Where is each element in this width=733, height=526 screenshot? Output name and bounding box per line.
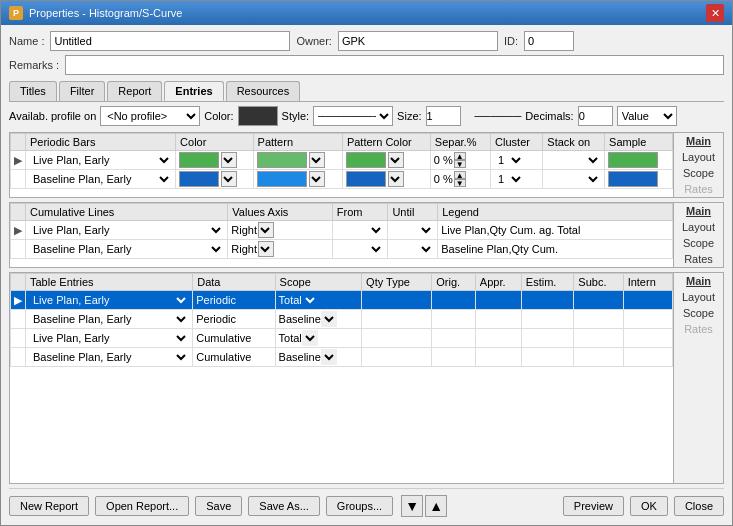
cluster-select-pb1[interactable]: 1 — [494, 153, 524, 167]
pb-row2-pattern-color[interactable]: ▼ — [342, 170, 430, 189]
pb-rates-btn[interactable]: Rates — [674, 181, 723, 197]
stack-select-pb2[interactable] — [546, 172, 601, 186]
id-input[interactable] — [524, 31, 574, 51]
pattern-color-swatch-pb1[interactable] — [346, 152, 386, 168]
pattern-swatch-pb2[interactable] — [257, 171, 307, 187]
te-row3-qty — [362, 329, 432, 348]
separ-down-pb1[interactable]: ▼ — [454, 160, 466, 168]
color-swatch-pb1[interactable] — [179, 152, 219, 168]
tab-resources[interactable]: Resources — [226, 81, 301, 101]
tab-filter[interactable]: Filter — [59, 81, 105, 101]
te-row2-qty — [362, 310, 432, 329]
color-picker[interactable] — [238, 106, 278, 126]
size-input[interactable] — [426, 106, 461, 126]
pb-row2-pattern[interactable]: ▼ — [253, 170, 342, 189]
pattern-color-dd-pb2[interactable]: ▼ — [388, 171, 404, 187]
tab-entries[interactable]: Entries — [164, 81, 223, 101]
name-input[interactable] — [50, 31, 290, 51]
pattern-color-dd-pb1[interactable]: ▼ — [388, 152, 404, 168]
cl-rates-btn[interactable]: Rates — [674, 251, 723, 267]
cl-from-select1[interactable] — [336, 223, 385, 237]
ok-button[interactable]: OK — [630, 496, 668, 516]
close-button[interactable]: Close — [674, 496, 724, 516]
cl-row1-select[interactable]: Live Plan, Early — [29, 223, 224, 237]
te-row1-subc — [574, 291, 623, 310]
te-scope-btn[interactable]: Scope — [674, 305, 723, 321]
cl-row1-until — [388, 221, 438, 240]
groups-button[interactable]: Groups... — [326, 496, 393, 516]
te-row3-select[interactable]: Live Plan, Early — [29, 331, 189, 345]
color-dd-pb2[interactable]: ▼ — [221, 171, 237, 187]
pattern-swatch-pb1[interactable] — [257, 152, 307, 168]
tab-report[interactable]: Report — [107, 81, 162, 101]
table-row: ▶ Live Plan, Early Periodic Total ▼ — [11, 291, 673, 310]
pb-row1-pattern-color[interactable]: ▼ — [342, 151, 430, 170]
new-report-button[interactable]: New Report — [9, 496, 89, 516]
te-row1-qty — [362, 291, 432, 310]
te-row2-select[interactable]: Baseline Plan, Early — [29, 312, 189, 326]
pattern-dd-pb1[interactable]: ▼ — [309, 152, 325, 168]
stack-select-pb1[interactable] — [546, 153, 601, 167]
pattern-color-swatch-pb2[interactable] — [346, 171, 386, 187]
te-scope-dd4[interactable]: ▼ — [321, 349, 337, 365]
move-down-button[interactable]: ▼ — [401, 495, 423, 517]
te-row3-subc — [574, 329, 623, 348]
te-row1-select[interactable]: Live Plan, Early — [29, 293, 189, 307]
te-row1-estim — [521, 291, 574, 310]
pb-row1-pattern[interactable]: ▼ — [253, 151, 342, 170]
value-select[interactable]: Value — [617, 106, 677, 126]
table-row: Baseline Plan, Early Periodic Baseline ▼ — [11, 310, 673, 329]
pb-scope-btn[interactable]: Scope — [674, 165, 723, 181]
pb-main-btn[interactable]: Main — [674, 133, 723, 149]
pb-row1-select[interactable]: Live Plan, Early — [29, 153, 172, 167]
cl-axis-dd1[interactable]: ▼ — [258, 222, 274, 238]
pb-row2-color[interactable]: ▼ — [176, 170, 253, 189]
move-up-button[interactable]: ▲ — [425, 495, 447, 517]
open-report-button[interactable]: Open Report... — [95, 496, 189, 516]
preview-button[interactable]: Preview — [563, 496, 624, 516]
te-row3-orig — [432, 329, 476, 348]
save-button[interactable]: Save — [195, 496, 242, 516]
decimals-input[interactable] — [578, 106, 613, 126]
te-layout-btn[interactable]: Layout — [674, 289, 723, 305]
tab-titles[interactable]: Titles — [9, 81, 57, 101]
te-scope-dd1[interactable]: ▼ — [302, 292, 318, 308]
pattern-dd-pb2[interactable]: ▼ — [309, 171, 325, 187]
style-select[interactable]: ───────── — [313, 106, 393, 126]
pb-layout-btn[interactable]: Layout — [674, 149, 723, 165]
cl-row2-select[interactable]: Baseline Plan, Early — [29, 242, 224, 256]
cl-until-select1[interactable] — [391, 223, 434, 237]
te-scope-dd3[interactable]: ▼ — [302, 330, 318, 346]
color-dd-pb1[interactable]: ▼ — [221, 152, 237, 168]
sections-area: Periodic Bars Color Pattern Pattern Colo… — [9, 132, 724, 484]
te-row1-name[interactable]: Live Plan, Early — [26, 291, 193, 310]
separ-down-pb2[interactable]: ▼ — [454, 179, 466, 187]
remarks-input[interactable] — [65, 55, 724, 75]
owner-input[interactable] — [338, 31, 498, 51]
pb-row2-select[interactable]: Baseline Plan, Early — [29, 172, 172, 186]
te-scope-dd2[interactable]: ▼ — [321, 311, 337, 327]
pb-row2-sample — [605, 170, 673, 189]
cl-until-select2[interactable] — [391, 242, 434, 256]
close-window-button[interactable]: ✕ — [706, 4, 724, 22]
cl-main-btn[interactable]: Main — [674, 203, 723, 219]
te-row4-select[interactable]: Baseline Plan, Early — [29, 350, 189, 364]
profile-label: Availab. profile on — [9, 110, 96, 122]
cluster-select-pb2[interactable]: 1 — [494, 172, 524, 186]
col-estim-te: Estim. — [521, 274, 574, 291]
cl-axis-dd2[interactable]: ▼ — [258, 241, 274, 257]
row-arrow-pb2 — [11, 170, 26, 189]
color-swatch-pb2[interactable] — [179, 171, 219, 187]
te-rates-btn[interactable]: Rates — [674, 321, 723, 337]
cl-layout-btn[interactable]: Layout — [674, 219, 723, 235]
save-as-button[interactable]: Save As... — [248, 496, 320, 516]
cl-from-select2[interactable] — [336, 242, 385, 256]
profile-select[interactable]: <No profile> — [100, 106, 200, 126]
te-main-btn[interactable]: Main — [674, 273, 723, 289]
pb-row1-color[interactable]: ▼ — [176, 151, 253, 170]
owner-label: Owner: — [296, 35, 331, 47]
cl-scope-btn[interactable]: Scope — [674, 235, 723, 251]
pb-row1-separ: 0 % ▲ ▼ — [430, 151, 490, 170]
col-stack-pb: Stack on — [543, 134, 605, 151]
cl-row2-until — [388, 240, 438, 259]
